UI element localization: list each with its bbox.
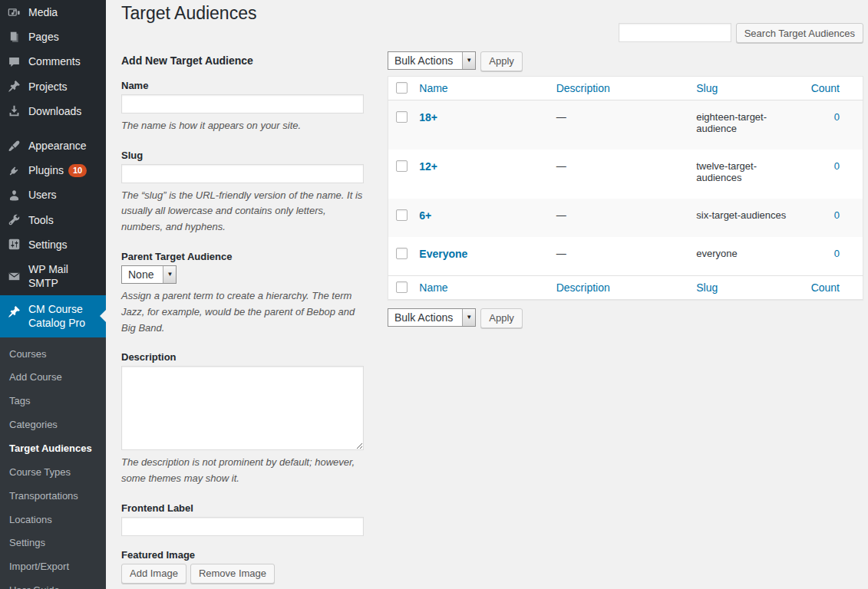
tablenav-top: Bulk Actions ▼ Apply [388,51,863,71]
select-all-checkbox[interactable] [396,281,408,293]
table-footer-row: Name Description Slug Count [388,275,863,299]
mail-icon [6,269,21,283]
add-image-button[interactable]: Add Image [121,564,186,584]
apply-button-top[interactable]: Apply [480,51,523,71]
sidebar-item-label: Plugins [28,163,64,177]
row-slug: six-target-audiences [688,199,803,237]
row-name-link[interactable]: 18+ [419,111,437,123]
row-slug: twelve-target-audiences [688,150,803,199]
bulk-actions-select-top[interactable]: Bulk Actions ▼ [388,51,476,70]
row-name-link[interactable]: Everyone [419,248,467,260]
table-row: Everyone — everyone 0 [388,237,863,276]
column-footer-slug[interactable]: Slug [688,275,803,299]
sidebar-item-comments[interactable]: Comments [0,49,106,74]
column-header-description[interactable]: Description [549,76,689,100]
appearance-icon [6,139,21,153]
submenu-item-course-types[interactable]: Course Types [0,461,106,485]
table-row: 12+ — twelve-target-audiences 0 [388,150,863,199]
sidebar-item-cm-course-catalog-pro[interactable]: CM Course Catalog Pro [0,295,106,337]
submenu-item-settings[interactable]: Settings [0,531,106,555]
target-audiences-table: Name Description Slug Count 18+ — eighte… [388,76,863,300]
bulk-actions-select-bottom[interactable]: Bulk Actions ▼ [388,308,476,327]
sidebar-item-downloads[interactable]: Downloads [0,99,106,123]
slug-field[interactable] [121,164,364,183]
column-footer-name[interactable]: Name [411,275,548,299]
submenu-item-user-guide[interactable]: User Guide [0,579,106,589]
dropdown-arrow-icon: ▼ [462,309,475,326]
row-description: — [549,150,689,199]
sidebar-item-settings[interactable]: Settings [0,232,106,257]
parent-audience-select[interactable]: None ▼ [121,265,177,284]
remove-image-button[interactable]: Remove Image [190,564,275,584]
pin-icon [6,304,21,318]
sidebar-item-media[interactable]: Media [0,0,106,25]
sidebar-item-users[interactable]: Users [0,183,106,207]
sidebar-item-tools[interactable]: Tools [0,208,106,232]
tablenav-bottom: Bulk Actions ▼ Apply [388,308,863,328]
users-icon [6,188,21,202]
row-slug: everyone [688,237,803,276]
submenu-item-courses[interactable]: Courses [0,343,106,367]
select-all-checkbox[interactable] [396,82,408,94]
row-checkbox[interactable] [396,160,408,172]
frontend-label-label: Frontend Label [121,502,364,514]
row-count-link[interactable]: 0 [834,160,840,172]
tools-icon [6,213,21,227]
row-checkbox[interactable] [396,209,408,221]
parent-audience-selected-value: None [122,266,163,283]
sidebar-item-appearance[interactable]: Appearance [0,133,106,158]
submenu-item-transportations[interactable]: Transportations [0,485,106,508]
column-header-count[interactable]: Count [804,76,863,100]
row-name-link[interactable]: 6+ [419,209,431,222]
bulk-actions-selected-value: Bulk Actions [388,309,462,326]
submenu-item-target-audiences[interactable]: Target Audiences [0,437,106,461]
submenu-item-import-export[interactable]: Import/Export [0,555,106,579]
row-count-link[interactable]: 0 [834,111,840,123]
row-count-link[interactable]: 0 [834,209,840,221]
frontend-label-field[interactable] [121,517,364,536]
apply-button-bottom[interactable]: Apply [480,308,523,328]
description-label: Description [121,351,364,363]
column-footer-count[interactable]: Count [804,275,863,299]
row-count-link[interactable]: 0 [834,248,840,259]
sidebar-item-wp-mail-smtp[interactable]: WP Mail SMTP [0,257,106,295]
name-help-text: The name is how it appears on your site. [121,118,364,134]
submenu-item-tags[interactable]: Tags [0,390,106,413]
cm-submenu: Courses Add Course Tags Categories Targe… [0,337,106,589]
column-header-slug[interactable]: Slug [688,76,803,100]
row-name-link[interactable]: 12+ [419,160,437,173]
submenu-item-add-course[interactable]: Add Course [0,366,106,390]
table-row: 18+ — eighteen-target-audience 0 [388,100,863,150]
sidebar-item-label: Comments [28,54,81,68]
pages-icon [6,30,21,44]
sidebar-item-plugins[interactable]: Plugins 10 [0,158,106,183]
current-menu-arrow [100,310,106,322]
bulk-actions-selected-value: Bulk Actions [388,52,462,69]
sidebar-item-label: CM Course Catalog Pro [28,302,94,330]
row-slug: eighteen-target-audience [688,100,803,150]
sidebar-item-label: Appearance [28,139,87,153]
row-checkbox[interactable] [396,111,408,123]
main-content: Target Audiences Search Target Audiences… [106,0,868,589]
column-header-name[interactable]: Name [411,76,548,100]
row-checkbox[interactable] [396,248,408,259]
sidebar-item-pages[interactable]: Pages [0,25,106,49]
submenu-item-locations[interactable]: Locations [0,508,106,532]
row-description: — [549,100,689,150]
description-field[interactable] [121,366,364,450]
slug-label: Slug [121,150,364,161]
sidebar-item-projects[interactable]: Projects [0,74,106,99]
dropdown-arrow-icon: ▼ [163,266,176,283]
settings-icon [6,238,21,252]
sidebar-item-label: Settings [28,238,68,252]
comments-icon [6,54,21,68]
featured-image-label: Featured Image [121,549,364,561]
submenu-item-categories[interactable]: Categories [0,413,106,437]
search-button[interactable]: Search Target Audiences [736,23,863,43]
sidebar-item-label: Media [28,5,58,19]
name-field[interactable] [121,94,364,114]
search-input[interactable] [619,23,731,42]
column-footer-description[interactable]: Description [549,275,689,299]
form-heading: Add New Target Audience [121,54,364,67]
slug-help-text: The “slug” is the URL-friendly version o… [121,188,364,235]
